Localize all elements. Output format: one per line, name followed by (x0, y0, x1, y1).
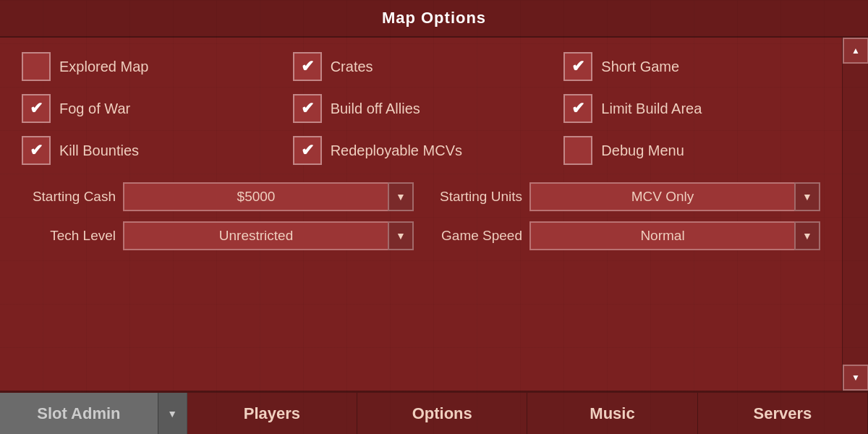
checkbox-item-crates: Crates (293, 52, 550, 81)
dropdown-arrow-starting-units[interactable]: ▼ (794, 182, 820, 211)
checkbox-build-off-allies[interactable] (293, 94, 322, 123)
checkbox-item-redeployable-mcvs: Redeployable MCVs (293, 136, 550, 165)
dropdown-item-tech-level: Tech LevelUnrestricted▼ (22, 221, 414, 250)
dropdown-item-game-speed: Game SpeedNormal▼ (428, 221, 820, 250)
tab-bar: Slot Admin▼PlayersOptionsMusicServers (0, 391, 868, 434)
content-wrapper: Explored MapCratesShort GameFog of WarBu… (0, 38, 868, 391)
dropdown-row-1: Starting Cash$5000▼Starting UnitsMCV Onl… (22, 182, 820, 211)
page-title: Map Options (382, 9, 486, 27)
checkboxes-grid: Explored MapCratesShort GameFog of WarBu… (22, 52, 820, 165)
checkbox-label-kill-bounties: Kill Bounties (59, 142, 139, 159)
dropdown-label-tech-level: Tech Level (22, 228, 116, 244)
tab-slot-admin[interactable]: Slot Admin▼ (0, 393, 187, 434)
checkbox-kill-bounties[interactable] (22, 136, 51, 165)
content-area: Explored MapCratesShort GameFog of WarBu… (0, 38, 842, 391)
checkbox-redeployable-mcvs[interactable] (293, 136, 322, 165)
tab-servers[interactable]: Servers (698, 393, 868, 434)
dropdown-item-starting-units: Starting UnitsMCV Only▼ (428, 182, 820, 211)
checkbox-label-short-game: Short Game (601, 59, 679, 75)
tab-players[interactable]: Players (187, 393, 357, 434)
dropdowns-section: Starting Cash$5000▼Starting UnitsMCV Onl… (22, 182, 820, 250)
dropdown-value-starting-units: MCV Only (529, 182, 794, 211)
dropdown-control-tech-level[interactable]: Unrestricted▼ (123, 221, 414, 250)
checkbox-item-kill-bounties: Kill Bounties (22, 136, 278, 165)
checkbox-label-explored-map: Explored Map (59, 59, 148, 75)
dropdown-arrow-starting-cash[interactable]: ▼ (388, 182, 414, 211)
checkbox-short-game[interactable] (563, 52, 592, 81)
dropdown-arrow-tech-level[interactable]: ▼ (388, 221, 414, 250)
tab-music[interactable]: Music (527, 393, 697, 434)
checkbox-item-limit-build-area: Limit Build Area (563, 94, 820, 123)
checkbox-label-limit-build-area: Limit Build Area (601, 101, 702, 117)
dropdown-value-tech-level: Unrestricted (123, 221, 388, 250)
dropdown-row-2: Tech LevelUnrestricted▼Game SpeedNormal▼ (22, 221, 820, 250)
checkbox-limit-build-area[interactable] (563, 94, 592, 123)
tab-options[interactable]: Options (357, 393, 527, 434)
dropdown-control-starting-units[interactable]: MCV Only▼ (529, 182, 820, 211)
title-bar: Map Options (0, 0, 868, 38)
dropdown-value-game-speed: Normal (529, 221, 794, 250)
checkbox-explored-map[interactable] (22, 52, 51, 81)
checkbox-label-debug-menu: Debug Menu (601, 142, 684, 159)
dropdown-control-starting-cash[interactable]: $5000▼ (123, 182, 414, 211)
tab-arrow-slot-admin[interactable]: ▼ (158, 393, 187, 434)
checkbox-item-fog-of-war: Fog of War (22, 94, 278, 123)
scroll-down-button[interactable]: ▼ (843, 365, 868, 391)
checkbox-crates[interactable] (293, 52, 322, 81)
checkbox-item-explored-map: Explored Map (22, 52, 278, 81)
checkbox-item-debug-menu: Debug Menu (563, 136, 820, 165)
checkbox-debug-menu[interactable] (563, 136, 592, 165)
scrollbar: ▲ ▼ (842, 38, 868, 391)
dropdown-label-starting-units: Starting Units (428, 189, 522, 205)
dropdown-label-starting-cash: Starting Cash (22, 189, 116, 205)
dropdown-arrow-game-speed[interactable]: ▼ (794, 221, 820, 250)
checkbox-label-build-off-allies: Build off Allies (331, 101, 420, 117)
main-container: Map Options Explored MapCratesShort Game… (0, 0, 868, 434)
checkbox-item-short-game: Short Game (563, 52, 820, 81)
checkbox-item-build-off-allies: Build off Allies (293, 94, 550, 123)
checkbox-label-redeployable-mcvs: Redeployable MCVs (331, 142, 462, 159)
scroll-up-button[interactable]: ▲ (843, 38, 868, 64)
checkbox-label-crates: Crates (331, 59, 373, 75)
dropdown-item-starting-cash: Starting Cash$5000▼ (22, 182, 414, 211)
checkbox-label-fog-of-war: Fog of War (59, 101, 130, 117)
dropdown-value-starting-cash: $5000 (123, 182, 388, 211)
checkbox-fog-of-war[interactable] (22, 94, 51, 123)
dropdown-control-game-speed[interactable]: Normal▼ (529, 221, 820, 250)
dropdown-label-game-speed: Game Speed (428, 228, 522, 244)
tab-label-slot-admin: Slot Admin (0, 404, 158, 423)
